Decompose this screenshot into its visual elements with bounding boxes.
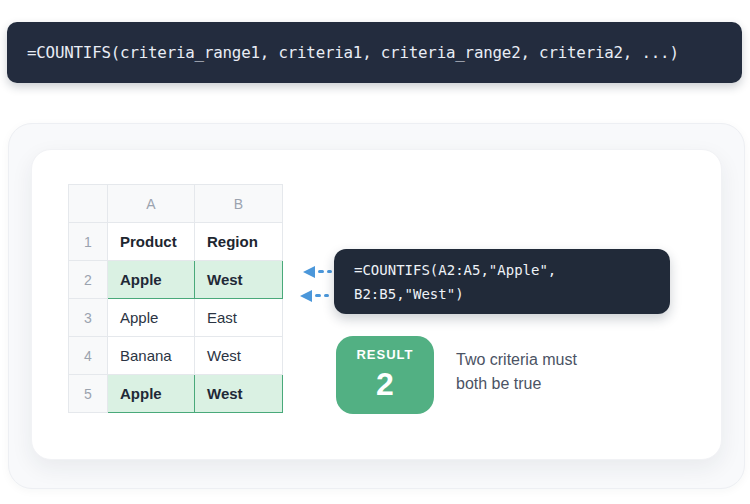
result-description: Two criteria must both be true: [456, 348, 577, 396]
cell-b5: West: [195, 375, 283, 413]
tooltip-line-1: =COUNTIFS(A2:A5,"Apple",: [334, 258, 670, 282]
result-label: RESULT: [356, 347, 413, 363]
table-row: 5 Apple West: [69, 375, 283, 413]
formula-banner: =COUNTIFS(criteria_range1, criteria1, cr…: [7, 22, 742, 83]
cell-b4: West: [195, 337, 283, 375]
arrow-left-icon: [303, 265, 332, 278]
arrow-left-icon: [300, 289, 329, 302]
cell-a5: Apple: [108, 375, 195, 413]
column-header-a: A: [108, 185, 195, 223]
tooltip-line-2: B2:B5,"West"): [334, 282, 670, 306]
cell-a1: Product: [108, 223, 195, 261]
table-row: 3 Apple East: [69, 299, 283, 337]
formula-syntax: =COUNTIFS(criteria_range1, criteria1, cr…: [7, 43, 679, 62]
column-header-b: B: [195, 185, 283, 223]
table-row: 4 Banana West: [69, 337, 283, 375]
row-number-4: 4: [69, 337, 108, 375]
result-badge: RESULT 2: [336, 336, 434, 414]
arrowhead: [303, 266, 315, 278]
description-line: Two criteria must: [456, 348, 577, 372]
corner-cell: [69, 185, 108, 223]
row-number-3: 3: [69, 299, 108, 337]
example-card: A B 1 Product Region 2 Apple West 3 Appl…: [8, 123, 745, 489]
row-number-1: 1: [69, 223, 108, 261]
table-row: 1 Product Region: [69, 223, 283, 261]
row-number-2: 2: [69, 261, 108, 299]
cell-a4: Banana: [108, 337, 195, 375]
cell-a2: Apple: [108, 261, 195, 299]
cell-b1: Region: [195, 223, 283, 261]
spreadsheet-table: A B 1 Product Region 2 Apple West 3 Appl…: [68, 184, 283, 413]
column-header-row: A B: [69, 185, 283, 223]
cell-b3: East: [195, 299, 283, 337]
formula-tooltip: =COUNTIFS(A2:A5,"Apple", B2:B5,"West"): [334, 249, 670, 314]
example-inner-panel: A B 1 Product Region 2 Apple West 3 Appl…: [31, 149, 722, 460]
cell-b2: West: [195, 261, 283, 299]
result-value: 2: [376, 363, 394, 405]
arrowhead: [300, 290, 312, 302]
description-line: both be true: [456, 372, 577, 396]
table-row: 2 Apple West: [69, 261, 283, 299]
cell-a3: Apple: [108, 299, 195, 337]
row-number-5: 5: [69, 375, 108, 413]
